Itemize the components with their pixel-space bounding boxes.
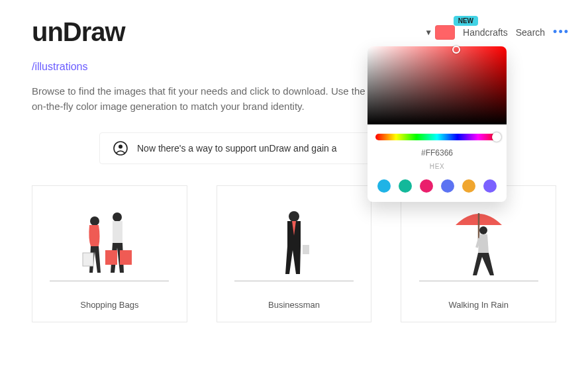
preset-swatch-0[interactable] [377,179,391,193]
card-caption: Walking In Rain [448,300,509,310]
nav-search[interactable]: Search [516,27,545,38]
nav-right: NEW ▼ Handcrafts Search ••• [424,25,569,40]
svg-rect-6 [120,250,132,265]
svg-point-10 [479,226,487,234]
hex-value[interactable]: #FF6366 [421,148,453,158]
current-color-swatch [435,25,455,40]
svg-rect-3 [83,253,93,266]
hex-label: HEX [430,163,444,170]
more-menu-icon[interactable]: ••• [553,25,569,39]
svg-point-4 [113,212,122,222]
card-caption: Businessman [268,300,320,310]
new-badge: NEW [454,16,478,26]
breadcrumb: /illustrations [32,61,87,73]
header: unDraw NEW ▼ Handcrafts Search ••• [32,17,569,47]
preset-swatch-5[interactable] [483,179,497,193]
hue-slider[interactable] [375,134,499,140]
illustration-walking-in-rain [419,202,538,281]
hue-cursor[interactable] [492,132,501,142]
preset-swatch-2[interactable] [420,179,433,193]
svg-point-1 [119,145,122,149]
svg-rect-5 [105,250,117,265]
nav-handcrafts[interactable]: Handcrafts [463,27,508,38]
card-walking-in-rain[interactable]: Walking In Rain [401,185,556,322]
color-picker-popover: #FF6366 HEX [368,46,507,202]
illustration-grid: Shopping Bags Businessman [32,185,556,322]
preset-swatches [377,179,497,193]
preset-swatch-3[interactable] [441,179,454,193]
card-caption: Shopping Bags [80,300,138,310]
illustration-shopping-bags [50,202,169,281]
color-swatch-trigger[interactable]: ▼ [424,25,455,40]
illustration-businessman [234,202,354,281]
page-description: Browse to find the images that fit your … [32,83,369,115]
preset-swatch-1[interactable] [399,179,412,193]
card-shopping-bags[interactable]: Shopping Bags [32,185,187,322]
banner-text: Now there's a way to support unDraw and … [137,143,337,154]
logo[interactable]: unDraw [32,17,125,47]
svg-rect-8 [303,245,309,254]
card-businessman[interactable]: Businessman [217,185,372,322]
preset-swatch-4[interactable] [462,179,475,193]
svg-point-7 [289,211,299,222]
chevron-down-icon: ▼ [424,28,432,37]
svg-point-2 [90,216,99,226]
saturation-value-panel[interactable] [368,46,507,124]
avatar-icon [113,141,128,156]
sv-cursor[interactable] [452,46,460,54]
